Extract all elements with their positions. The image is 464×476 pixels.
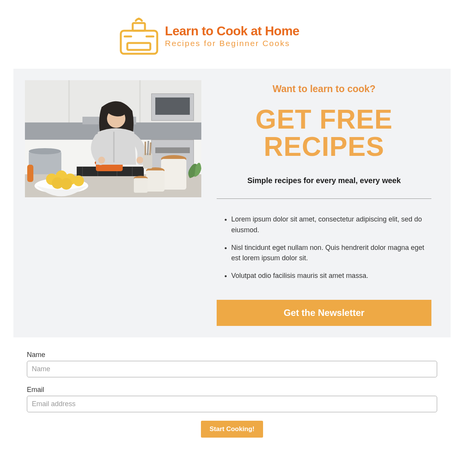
svg-rect-23 xyxy=(29,151,61,174)
hero-copy: Want to learn to cook? GET FREE RECIPES … xyxy=(217,80,439,326)
hero-headline: GET FREE RECIPES xyxy=(217,106,431,161)
svg-rect-40 xyxy=(161,159,186,190)
svg-line-47 xyxy=(148,141,148,155)
hero-subhead: Simple recipes for every meal, every wee… xyxy=(217,176,431,185)
svg-point-37 xyxy=(73,175,84,186)
header: Learn to Cook at Home Recipes for Beginn… xyxy=(0,0,464,69)
hero-eyebrow: Want to learn to cook? xyxy=(217,83,431,94)
brand-title: Learn to Cook at Home xyxy=(165,25,299,38)
svg-line-48 xyxy=(150,142,151,155)
name-label: Name xyxy=(27,351,437,359)
hero-image xyxy=(25,80,201,326)
svg-point-30 xyxy=(137,157,143,164)
name-input[interactable] xyxy=(27,361,437,377)
signup-form: Name Email Start Cooking! xyxy=(0,337,464,457)
svg-rect-44 xyxy=(134,178,148,193)
oven-logo-icon xyxy=(119,15,159,57)
email-field-wrap: Email xyxy=(27,386,437,412)
name-field-wrap: Name xyxy=(27,351,437,377)
list-item: Nisl tincidunt eget nullam non. Quis hen… xyxy=(231,243,431,264)
svg-rect-12 xyxy=(155,98,190,115)
svg-point-29 xyxy=(98,157,105,164)
header-inner: Learn to Cook at Home Recipes for Beginn… xyxy=(119,15,299,57)
svg-rect-38 xyxy=(27,165,33,182)
list-item: Volutpat odio facilisis mauris sit amet … xyxy=(231,271,431,281)
email-label: Email xyxy=(27,386,437,394)
svg-rect-45 xyxy=(143,153,152,169)
hero-bullets: Lorem ipsum dolor sit amet, consectetur … xyxy=(231,214,431,288)
submit-wrap: Start Cooking! xyxy=(27,421,437,438)
logo-text: Learn to Cook at Home Recipes for Beginn… xyxy=(165,25,299,48)
list-item: Lorem ipsum dolor sit amet, consectetur … xyxy=(231,214,431,236)
svg-point-5 xyxy=(138,18,140,20)
brand-tagline: Recipes for Beginner Cooks xyxy=(165,39,299,48)
hero-section: Want to learn to cook? GET FREE RECIPES … xyxy=(13,69,451,337)
svg-rect-14 xyxy=(155,147,190,153)
start-cooking-button[interactable]: Start Cooking! xyxy=(201,421,263,438)
svg-point-36 xyxy=(61,178,72,190)
divider xyxy=(217,198,431,199)
get-newsletter-button[interactable]: Get the Newsletter xyxy=(217,300,431,326)
svg-rect-4 xyxy=(133,23,145,31)
svg-point-24 xyxy=(29,148,61,154)
email-input[interactable] xyxy=(27,396,437,412)
svg-rect-1 xyxy=(127,43,150,50)
svg-rect-42 xyxy=(146,170,165,192)
